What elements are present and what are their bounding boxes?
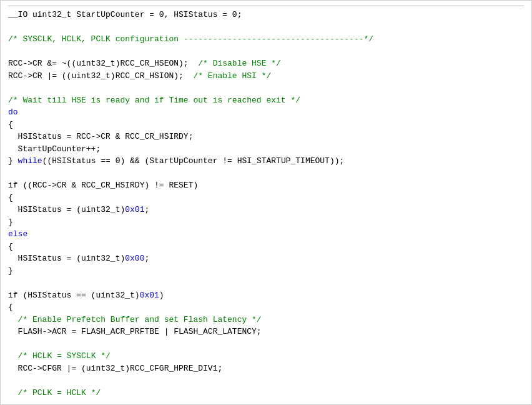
code-line: else bbox=[8, 228, 524, 241]
code-token: __IO uint32_t StartUpCounter = 0, HSISta… bbox=[8, 10, 242, 19]
code-token: FLASH->ACR = FLASH_ACR_PRFTBE | FLASH_AC… bbox=[8, 327, 262, 336]
code-token: /* PCLK = HCLK */ bbox=[18, 388, 101, 398]
code-line: do bbox=[8, 106, 524, 119]
code-line: __IO uint32_t StartUpCounter = 0, HSISta… bbox=[8, 9, 524, 21]
code-line: /* SYSCLK, HCLK, PCLK configuration ----… bbox=[8, 33, 524, 46]
code-line bbox=[8, 82, 524, 94]
code-token: */ bbox=[364, 34, 374, 44]
code-token: ((HSIStatus == 0) && (StartUpCounter != … bbox=[42, 156, 345, 166]
code-token bbox=[8, 388, 18, 398]
code-token: { bbox=[8, 302, 13, 312]
code-token: /* Enable HSI */ bbox=[193, 71, 271, 81]
code-line: HSIStatus = (uint32_t)0x00; bbox=[8, 252, 524, 265]
code-token: RCC->CR |= ((uint32_t)RCC_CR_HSION); bbox=[8, 71, 193, 81]
code-token: ; bbox=[144, 205, 149, 214]
code-token: /* Disable HSE */ bbox=[198, 59, 281, 68]
code-token bbox=[8, 351, 18, 361]
code-line: StartUpCounter++; bbox=[8, 143, 524, 156]
code-token: /* Enable Prefetch Buffer and set Flash … bbox=[18, 315, 262, 324]
code-token: 0x00 bbox=[125, 254, 144, 263]
code-block: __IO uint32_t StartUpCounter = 0, HSISta… bbox=[8, 9, 524, 399]
code-token: } bbox=[8, 218, 13, 227]
code-line: } while((HSIStatus == 0) && (StartUpCoun… bbox=[8, 155, 524, 168]
code-line bbox=[8, 277, 524, 289]
code-token: { bbox=[8, 242, 13, 251]
code-line: /* PCLK = HCLK */ bbox=[8, 387, 524, 399]
code-line bbox=[8, 21, 524, 34]
code-token: do bbox=[8, 108, 18, 117]
code-line: RCC->CR |= ((uint32_t)RCC_CR_HSION); /* … bbox=[8, 70, 524, 82]
code-line: { bbox=[8, 301, 524, 314]
code-line: { bbox=[8, 119, 524, 131]
code-line: } bbox=[8, 216, 524, 229]
code-line bbox=[8, 46, 524, 58]
code-token: if ((RCC->CR & RCC_CR_HSIRDY) != RESET) bbox=[8, 181, 198, 190]
code-line bbox=[8, 168, 524, 180]
code-token: ; bbox=[144, 254, 149, 263]
code-token bbox=[8, 315, 18, 324]
code-token: /* SYSCLK, HCLK, PCLK configuration bbox=[8, 34, 184, 44]
code-line: /* Enable Prefetch Buffer and set Flash … bbox=[8, 314, 524, 326]
code-token: /* Wait till HSE is ready and if Time ou… bbox=[8, 96, 300, 105]
code-line: HSIStatus = RCC->CR & RCC_CR_HSIRDY; bbox=[8, 131, 524, 143]
code-token: { bbox=[8, 193, 13, 202]
code-token: HSIStatus = (uint32_t) bbox=[8, 205, 125, 214]
code-token: { bbox=[8, 120, 13, 129]
code-line: /* Wait till HSE is ready and if Time ou… bbox=[8, 94, 524, 107]
code-token: 0x01 bbox=[140, 291, 159, 300]
code-line: /* HCLK = SYSCLK */ bbox=[8, 350, 524, 362]
code-line: { bbox=[8, 241, 524, 253]
code-token: 0x01 bbox=[125, 205, 144, 214]
code-token: HSIStatus = RCC->CR & RCC_CR_HSIRDY; bbox=[8, 132, 193, 141]
code-line bbox=[8, 374, 524, 387]
code-line: FLASH->ACR = FLASH_ACR_PRFTBE | FLASH_AC… bbox=[8, 326, 524, 338]
code-line: HSIStatus = (uint32_t)0x01; bbox=[8, 204, 524, 216]
code-token: } bbox=[8, 266, 13, 276]
code-line bbox=[8, 338, 524, 351]
code-line: } bbox=[8, 265, 524, 278]
top-divider bbox=[8, 6, 524, 6]
code-token: RCC->CFGR |= (uint32_t)RCC_CFGR_HPRE_DIV… bbox=[8, 364, 222, 373]
code-token: if (HSIStatus == (uint32_t) bbox=[8, 291, 140, 300]
code-editor: __IO uint32_t StartUpCounter = 0, HSISta… bbox=[0, 0, 532, 405]
code-line: { bbox=[8, 192, 524, 204]
code-token: while bbox=[18, 156, 42, 166]
code-line: RCC->CFGR |= (uint32_t)RCC_CFGR_HPRE_DIV… bbox=[8, 362, 524, 375]
code-line: if (HSIStatus == (uint32_t)0x01) bbox=[8, 289, 524, 302]
code-token: StartUpCounter++; bbox=[8, 144, 101, 154]
code-token: /* HCLK = SYSCLK */ bbox=[18, 351, 111, 361]
code-token: ------------------------------------- bbox=[184, 34, 364, 44]
code-token: else bbox=[8, 229, 27, 239]
code-token: ) bbox=[159, 291, 164, 300]
code-line: RCC->CR &= ~((uint32_t)RCC_CR_HSEON); /*… bbox=[8, 58, 524, 70]
code-token: RCC->CR &= ~((uint32_t)RCC_CR_HSEON); bbox=[8, 59, 198, 68]
code-token: } bbox=[8, 156, 18, 166]
code-line: if ((RCC->CR & RCC_CR_HSIRDY) != RESET) bbox=[8, 179, 524, 192]
code-token: HSIStatus = (uint32_t) bbox=[8, 254, 125, 263]
